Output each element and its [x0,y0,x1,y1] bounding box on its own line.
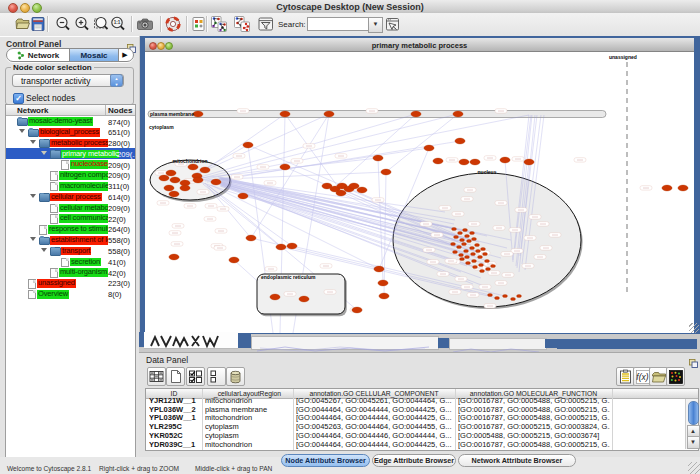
search-dropdown-button[interactable]: ▼ [368,17,383,33]
graph-node-small[interactable] [463,228,468,231]
graph-node[interactable] [352,307,362,313]
create-view-icon[interactable] [210,15,228,33]
zoom-actual-icon[interactable]: 1:1 [109,15,127,33]
graph-node-small[interactable] [465,234,470,237]
graph-node[interactable] [336,190,346,196]
graph-node[interactable] [374,266,384,272]
float-panel-icon[interactable] [689,354,698,363]
snapshot-icon[interactable] [136,15,154,33]
tab-network-attribute-browser[interactable]: Network Attribute Browser [458,454,576,467]
graph-node-small[interactable] [479,263,484,266]
table-scrollbar[interactable]: ▲▼ [685,399,698,449]
dropdown-stepper-icon[interactable]: ▲▼ [110,74,123,87]
tree-col-network[interactable]: Network [17,106,49,115]
graph-node-small[interactable] [457,245,462,248]
graph-node[interactable] [246,235,256,241]
scroll-down-icon[interactable]: ▼ [687,436,700,449]
panel-tabs-overflow-button[interactable]: ▶ [119,49,131,61]
graph-node[interactable] [459,159,469,165]
table-row-ydr039c-1[interactable]: YDR039C__1mitochondrion[GO:0044464, GO:0… [146,439,698,448]
graph-node[interactable] [373,155,383,161]
table-row-ypl036w-1[interactable]: YPL036W__1mitochondrion[GO:0044464, GO:0… [146,413,698,422]
graph-node-small[interactable] [473,265,478,268]
graph-node[interactable] [379,293,389,299]
graph-node-small[interactable] [471,252,476,255]
graph-node[interactable] [500,157,510,163]
graph-node[interactable] [180,185,190,191]
graph-node[interactable] [280,111,290,117]
tree-row-mosaic-demo-yeast[interactable]: mosaic-demo-yeast874(0) [6,116,135,127]
save-icon[interactable] [29,15,47,33]
graph-node-small[interactable] [476,249,481,252]
graph-node-small[interactable] [452,227,457,230]
tree-row-cellular-process[interactable]: cellular process614(0) [6,192,135,203]
graph-node[interactable] [169,254,179,260]
destroy-view-icon[interactable] [233,15,251,33]
graph-node[interactable] [193,177,203,183]
graph-edge[interactable] [199,114,458,179]
graph-node-small[interactable] [464,249,469,252]
graph-node[interactable] [276,244,286,250]
graph-node-small[interactable] [470,231,475,234]
graph-node-small[interactable] [480,269,485,272]
graph-node[interactable] [470,159,480,165]
graph-node-small[interactable] [465,255,470,258]
scrollbar-thumb[interactable] [688,401,699,425]
graph-node-small[interactable] [470,246,475,249]
graph-node-small[interactable] [454,235,459,238]
tree-row-establishment-of-local[interactable]: establishment of local558(0) [6,235,135,246]
graph-node-small[interactable] [478,255,483,258]
graph-node-small[interactable] [460,238,465,241]
node-color-dropdown[interactable]: transporter activity▲▼ [12,74,124,87]
tree-row-multi-organism-proces[interactable]: multi-organism proces42(0) [6,267,135,278]
network-canvas[interactable]: plasma membranecytoplasmmitochondrionnuc… [145,52,694,333]
network-window-titlebar[interactable]: primary metabolic process [145,38,694,52]
graph-node[interactable] [381,169,391,175]
graph-node[interactable] [455,138,465,144]
help-lifebuoy-icon[interactable] [164,15,182,33]
tab-node-attribute-browser[interactable]: Node Attribute Browser [281,454,370,467]
graph-node[interactable] [453,111,463,117]
graph-node[interactable] [229,257,239,263]
expand-arrow-icon[interactable] [19,129,25,133]
attribute-grid-icon[interactable] [147,367,166,386]
graph-node-small[interactable] [517,294,522,297]
zoom-in-icon[interactable] [73,15,91,33]
graph-edge[interactable] [203,172,386,180]
graph-node-small[interactable] [495,296,500,299]
graph-edge[interactable] [285,114,341,191]
graph-node[interactable] [238,193,248,199]
graph-node-small[interactable] [467,239,472,242]
tree-col-nodes[interactable]: Nodes [108,106,132,115]
graph-node[interactable] [378,280,388,286]
graph-node-small[interactable] [466,261,471,264]
tree-row-nitrogen-compound-me[interactable]: nitrogen compound me209(0) [6,170,135,181]
tree-row-transport[interactable]: transport558(0) [6,246,135,257]
graph-node-small[interactable] [458,231,463,234]
graph-node-small[interactable] [472,237,477,240]
zoom-out-icon[interactable] [54,15,72,33]
expand-arrow-icon[interactable] [41,151,47,155]
graph-node[interactable] [678,185,688,191]
tree-row-macromolecule-metab[interactable]: macromolecule metab311(0) [6,181,135,192]
table-row-yjr121w-1[interactable]: YJR121W__1mitochondrion[GO:0045267, GO:0… [146,395,698,404]
table-row-ylr295c[interactable]: YLR295Ccytoplasm[GO:0045263, GO:0044464,… [146,422,698,431]
tree-row-cell-communication[interactable]: cell communication22(0) [6,213,135,224]
matrix-icon[interactable] [666,367,685,386]
tab-mosaic[interactable]: Mosaic [69,49,119,61]
filter-icon[interactable] [257,15,275,33]
search-input[interactable] [307,17,370,31]
graph-node[interactable] [170,177,180,183]
tab-edge-attribute-browser[interactable]: Edge Attribute Browser [372,454,456,467]
expand-arrow-icon[interactable] [41,248,47,252]
table-row-ypl036w-2[interactable]: YPL036W__2plasma membrane[GO:0044464, GO… [146,404,698,413]
tab-network[interactable]: Network [7,49,69,61]
expand-arrow-icon[interactable] [30,237,36,241]
tree-row-biological-process[interactable]: biological_process651(0) [6,127,135,138]
graph-node-small[interactable] [483,252,488,255]
tree-row-response-to-stimulus[interactable]: response to stimulus264(0) [6,224,135,235]
graph-node[interactable] [243,142,253,148]
zoom-selected-icon[interactable] [92,15,110,33]
tree-row-metabolic-process[interactable]: metabolic process280(0) [6,138,135,149]
attribute-batch-icon[interactable] [207,367,226,386]
